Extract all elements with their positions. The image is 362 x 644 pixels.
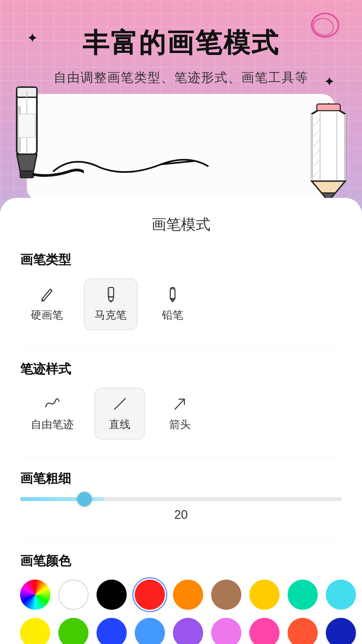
svg-rect-23 [108,287,114,297]
marker-label: 马克笔 [95,308,127,323]
svg-rect-25 [110,301,112,302]
divider-3 [20,539,342,539]
color-teal[interactable] [288,580,318,610]
color-yellow[interactable] [249,580,280,610]
svg-line-32 [175,399,184,409]
color-green[interactable] [58,618,88,644]
color-navy[interactable] [326,618,356,644]
color-purple[interactable] [173,618,203,644]
arrow-label: 箭头 [169,417,191,432]
pencil-icon [164,286,181,303]
free-stroke-icon [44,395,61,412]
color-dark-blue[interactable] [97,618,127,644]
color-pink-light[interactable] [211,618,241,644]
brush-type-label: 画笔类型 [20,251,342,268]
line-icon [111,395,128,412]
hard-pen-label: 硬画笔 [31,308,63,323]
svg-rect-16 [317,104,340,111]
brush-size-section: 画笔粗细 20 [20,470,342,522]
svg-marker-9 [312,104,345,191]
divider-2 [20,456,342,457]
stroke-style-label: 笔迹样式 [20,361,342,378]
brush-type-hard[interactable]: 硬画笔 [20,278,74,330]
svg-marker-4 [17,154,37,171]
main-title: 丰富的画笔模式 [82,27,280,59]
slider-track [20,497,342,501]
color-red[interactable] [135,580,165,610]
color-black[interactable] [97,580,127,610]
slider-value: 20 [20,508,342,522]
color-light-blue[interactable] [135,618,165,644]
color-hot-pink[interactable] [249,618,280,644]
color-coral[interactable] [288,618,318,644]
pencil-label: 铅笔 [162,308,183,323]
divider-1 [20,347,342,347]
stroke-arrow[interactable]: 箭头 [155,388,205,439]
color-cyan[interactable] [326,580,356,610]
svg-marker-24 [108,297,114,301]
color-section: 画笔颜色 [20,552,342,644]
color-rainbow[interactable] [20,580,50,610]
hard-pen-icon [39,286,55,303]
line-label: 直线 [109,417,130,432]
color-brown[interactable] [211,580,241,610]
brush-type-marker[interactable]: 马克笔 [84,278,137,330]
svg-rect-5 [20,171,34,178]
color-white[interactable] [58,580,88,610]
stroke-style-options: 自由笔迹 直线 箭头 [20,388,342,439]
color-row-1 [20,580,342,610]
brush-size-label: 画笔粗细 [20,470,342,487]
stroke-free[interactable]: 自由笔迹 [20,388,84,439]
color-bright-yellow[interactable] [20,618,50,644]
color-orange[interactable] [173,580,203,610]
marker-icon [102,286,119,303]
subtitle: 自由调整画笔类型、笔迹形式、画笔工具等 [54,69,308,86]
svg-line-31 [115,398,125,409]
brush-color-label: 画笔颜色 [20,552,342,570]
slider-thumb[interactable] [77,492,92,506]
brush-type-options: 硬画笔 马克笔 铅笔 [20,278,342,330]
size-slider-container [20,497,342,501]
free-stroke-label: 自由笔迹 [31,417,74,432]
arrow-icon [172,395,188,412]
svg-rect-8 [18,114,35,138]
panel-title: 画笔模式 [20,215,342,234]
bottom-panel: 画笔模式 画笔类型 硬画笔 马克笔 [0,198,362,644]
stroke-line[interactable]: 直线 [95,388,145,439]
pen-left-illustration [0,80,84,188]
brush-type-pencil[interactable]: 铅笔 [147,278,198,330]
color-row-2 [20,618,342,644]
pen-right-illustration [288,101,362,208]
